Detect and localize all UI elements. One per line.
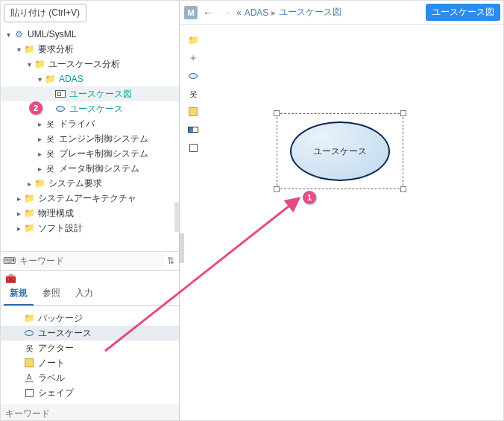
folder-icon: 📁 <box>23 207 35 219</box>
tree-label: 要求分析 <box>38 43 74 56</box>
usecase-icon <box>54 103 66 115</box>
folder-icon: 📁 <box>23 43 35 55</box>
tree-search-input[interactable] <box>16 253 164 268</box>
asset-search-input[interactable] <box>1 405 179 421</box>
tree-item-meter[interactable]: ▸ 옷 メータ制御システム <box>1 161 179 176</box>
expander-icon[interactable]: ▾ <box>35 75 44 83</box>
tree-label: ADAS <box>59 74 84 84</box>
actor-icon: 옷 <box>44 148 56 159</box>
note-icon <box>23 357 35 369</box>
tree-item-usecase-diagram[interactable]: ユースケース図 <box>1 86 179 101</box>
tree-root[interactable]: ▾ ⚙ UML/SysML <box>1 27 179 42</box>
asset-shape[interactable]: シェイプ <box>1 385 179 400</box>
diagram-type-badge[interactable]: ユースケース図 <box>426 4 500 21</box>
nav-fwd-button[interactable]: → <box>218 7 233 19</box>
asset-package[interactable]: 📁 パッケージ <box>1 311 179 326</box>
tool-usecase[interactable] <box>186 71 200 81</box>
actor-icon: 옷 <box>44 118 56 130</box>
tree-item-driver[interactable]: ▸ 옷 ドライバ <box>1 116 179 131</box>
resize-handle-se[interactable] <box>400 186 406 192</box>
tree-item-usecase-analysis[interactable]: ▾ 📁 ユースケース分析 <box>1 57 179 72</box>
actor-icon: 옷 <box>44 133 56 145</box>
tool-shape[interactable] <box>186 142 200 153</box>
splitter[interactable] <box>174 1 180 421</box>
tool-label[interactable] <box>186 124 200 135</box>
asset-note[interactable]: ノート <box>1 355 179 370</box>
nav-back-button[interactable]: ← <box>201 7 215 19</box>
tree-label: システムアーキテクチャ <box>38 192 136 205</box>
tree-label: 物理構成 <box>38 207 74 220</box>
asset-usecase[interactable]: ユースケース <box>1 326 179 341</box>
expander-icon[interactable]: ▸ <box>14 194 23 203</box>
tab-ref[interactable]: 参照 <box>37 284 66 306</box>
tool-note[interactable] <box>186 107 200 117</box>
breadcrumb[interactable]: « ADAS ▸ ユースケース図 <box>236 6 423 19</box>
resize-handle-nw[interactable] <box>274 110 280 116</box>
expander-icon[interactable]: ▸ <box>14 209 23 218</box>
asset-label: パッケージ <box>38 312 83 325</box>
actor-icon: 옷 <box>44 162 56 174</box>
diagram-canvas[interactable]: 📁 ＋ 옷 ユースケース <box>180 25 504 421</box>
expander-icon[interactable]: ▸ <box>14 224 23 232</box>
tree-label: ブレーキ制御システム <box>59 148 148 160</box>
resize-handle-ne[interactable] <box>400 110 406 116</box>
asset-label-text: ラベル <box>38 372 65 384</box>
breadcrumb-prefix: « <box>236 7 242 18</box>
tool-folder[interactable]: 📁 <box>186 35 200 45</box>
tree-label: エンジン制御システム <box>59 133 148 145</box>
tree-item-requirements[interactable]: ▾ 📁 要求分析 <box>1 42 179 57</box>
tree-item-sysreq[interactable]: ▸ 📁 システム要求 <box>1 176 179 191</box>
expander-icon[interactable]: ▾ <box>25 60 34 69</box>
expander-icon[interactable]: ▸ <box>35 135 44 143</box>
breadcrumb-item[interactable]: ADAS <box>245 7 269 18</box>
diagram-editor: M ← → « ADAS ▸ ユースケース図 ユースケース図 📁 ＋ 옷 <box>180 1 504 421</box>
tree-item-physical[interactable]: ▸ 📁 物理構成 <box>1 206 179 221</box>
asset-actor[interactable]: 옷 アクター <box>1 341 179 355</box>
tab-input[interactable]: 入力 <box>69 284 99 306</box>
asset-tabs: 新規 参照 入力 <box>1 284 179 306</box>
expander-icon[interactable]: ▾ <box>4 31 13 39</box>
tool-cursor[interactable]: ＋ <box>186 53 200 63</box>
model-tree[interactable]: ▾ ⚙ UML/SysML ▾ 📁 要求分析 ▾ 📁 ユースケース分析 ▾ 📁 … <box>1 25 179 251</box>
tree-label: メータ制御システム <box>59 162 139 175</box>
tree-item-software[interactable]: ▸ 📁 ソフト設計 <box>1 221 179 235</box>
tree-item-usecase[interactable]: ユースケース <box>1 101 179 116</box>
asset-label: ノート <box>38 357 65 370</box>
tree-label: ユースケース <box>69 103 123 115</box>
asset-label: シェイプ <box>38 387 74 399</box>
expander-icon[interactable]: ▸ <box>35 150 44 158</box>
asset-list[interactable]: 📁 パッケージ ユースケース 옷 アクター ノート A ラベル シェイプ <box>1 306 179 405</box>
tree-item-brake[interactable]: ▸ 옷 ブレーキ制御システム <box>1 146 179 161</box>
usecase-shape-text: ユースケース <box>313 145 367 158</box>
tree-item-engine[interactable]: ▸ 옷 エンジン制御システム <box>1 131 179 146</box>
tree-item-sysarch[interactable]: ▸ 📁 システムアーキテクチャ <box>1 191 179 206</box>
folder-icon: 📁 <box>23 312 35 324</box>
folder-icon: 📁 <box>23 192 35 204</box>
folder-icon: 📁 <box>44 73 56 85</box>
annotation-badge-1: 1 <box>303 191 316 204</box>
resize-handle-sw[interactable] <box>274 186 280 192</box>
canvas-split-handle[interactable] <box>180 233 184 263</box>
tree-item-adas[interactable]: ▾ 📁 ADAS <box>1 72 179 86</box>
tab-new[interactable]: 新規 <box>4 284 34 306</box>
folder-icon: 📁 <box>34 177 45 189</box>
expander-icon[interactable]: ▸ <box>35 165 44 173</box>
asset-label[interactable]: A ラベル <box>1 370 179 385</box>
expander-icon[interactable]: ▾ <box>14 45 23 54</box>
expander-icon[interactable]: ▸ <box>35 120 44 128</box>
expander-icon[interactable]: ▸ <box>25 180 34 188</box>
tool-actor[interactable]: 옷 <box>186 89 200 99</box>
toolbox-icon[interactable]: 🧰 <box>1 270 179 284</box>
editor-toolbar: M ← → « ADAS ▸ ユースケース図 ユースケース図 <box>180 1 504 25</box>
actor-icon: 옷 <box>23 342 35 354</box>
asset-search <box>1 405 179 421</box>
breadcrumb-item[interactable]: ユースケース図 <box>279 6 341 19</box>
project-browser: 貼り付け (Ctrl+V) ▾ ⚙ UML/SysML ▾ 📁 要求分析 ▾ 📁… <box>1 1 180 421</box>
shape-icon <box>23 387 35 399</box>
usecase-shape[interactable]: ユースケース <box>290 121 390 181</box>
tree-label: ソフト設計 <box>38 222 83 235</box>
usecase-icon <box>23 327 35 339</box>
breadcrumb-sep: ▸ <box>271 7 276 18</box>
label-icon: A <box>23 372 35 384</box>
tree-search-bar: ⌨ ⇅ <box>1 251 179 270</box>
